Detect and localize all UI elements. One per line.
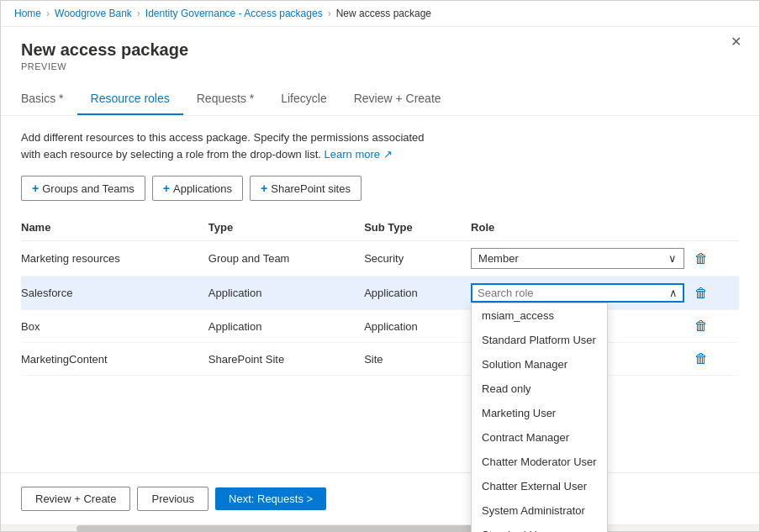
add-resource-buttons: + Groups and Teams + Applications + Shar…: [21, 176, 739, 201]
row-name: Box: [21, 310, 208, 343]
description-text: Add different resources to this access p…: [21, 129, 739, 162]
row-role[interactable]: Member ∨: [471, 241, 691, 277]
row-type: SharePoint Site: [208, 343, 364, 376]
breadcrumb-sep3: ›: [328, 8, 331, 19]
breadcrumb-governance[interactable]: Identity Governance - Access packages: [145, 8, 323, 19]
table-row: Salesforce Application Application ∧: [21, 277, 739, 310]
role-option[interactable]: msiam_access: [472, 303, 607, 328]
row-name: Marketing resources: [21, 241, 208, 277]
role-option[interactable]: Read only: [472, 377, 607, 401]
preview-label: PREVIEW: [21, 61, 739, 71]
tab-review-create[interactable]: Review + Create: [340, 85, 455, 115]
row-subtype: Security: [364, 241, 471, 277]
role-search-input-container[interactable]: ∧: [471, 283, 684, 303]
row-type: Group and Team: [208, 241, 364, 277]
breadcrumb: Home › Woodgrove Bank › Identity Governa…: [1, 1, 759, 27]
plus-icon-apps: +: [163, 182, 170, 195]
breadcrumb-sep2: ›: [137, 8, 140, 19]
role-option[interactable]: Solution Manager: [472, 352, 607, 377]
role-option[interactable]: System Administrator: [472, 498, 607, 523]
table-row: Marketing resources Group and Team Secur…: [21, 241, 739, 277]
add-applications-label: Applications: [173, 182, 232, 195]
add-groups-teams-label: Groups and Teams: [42, 182, 135, 195]
chevron-down-icon: ∨: [668, 252, 677, 265]
table-row: MarketingContent SharePoint Site Site 🗑: [21, 343, 739, 376]
add-groups-teams-button[interactable]: + Groups and Teams: [21, 176, 145, 201]
row-subtype: Application: [364, 310, 471, 343]
role-option[interactable]: Contract Manager: [472, 425, 607, 450]
tab-bar: Basics * Resource roles Requests * Lifec…: [1, 85, 759, 116]
plus-icon-sharepoint: +: [261, 182, 267, 195]
row-name: MarketingContent: [21, 343, 208, 376]
footer: Review + Create Previous Next: Requests …: [1, 472, 759, 524]
add-sharepoint-button[interactable]: + SharePoint sites: [250, 176, 362, 201]
next-button[interactable]: Next: Requests >: [215, 487, 326, 510]
role-option[interactable]: Chatter Moderator User: [472, 450, 607, 474]
horizontal-scrollbar[interactable]: [1, 524, 759, 531]
row-delete[interactable]: 🗑: [691, 310, 739, 343]
row-name: Salesforce: [21, 277, 208, 310]
chevron-up-icon: ∧: [669, 287, 678, 299]
tab-resource-roles[interactable]: Resource roles: [77, 85, 183, 115]
row-subtype: Application: [364, 277, 471, 310]
previous-button[interactable]: Previous: [137, 487, 208, 511]
col-role: Role: [471, 214, 691, 241]
role-option[interactable]: Chatter External User: [472, 474, 607, 498]
breadcrumb-current: New access package: [336, 8, 431, 19]
page-title: New access package: [21, 40, 739, 60]
row-type: Application: [208, 310, 364, 343]
delete-button[interactable]: 🗑: [691, 250, 711, 268]
review-create-button[interactable]: Review + Create: [21, 487, 130, 511]
breadcrumb-home[interactable]: Home: [14, 8, 41, 19]
delete-button[interactable]: 🗑: [691, 284, 711, 303]
col-name: Name: [21, 214, 208, 241]
row-subtype: Site: [364, 343, 471, 376]
plus-icon-groups: +: [32, 182, 39, 195]
learn-more-link[interactable]: Learn more ↗: [325, 148, 393, 161]
scrollbar-thumb[interactable]: [77, 525, 531, 532]
col-type: Type: [208, 214, 364, 241]
tab-lifecycle[interactable]: Lifecycle: [267, 85, 340, 115]
add-applications-button[interactable]: + Applications: [152, 176, 243, 201]
role-value: Member: [478, 252, 519, 265]
add-sharepoint-label: SharePoint sites: [271, 182, 351, 195]
role-option[interactable]: Standard Platform User: [472, 328, 607, 352]
search-role-input[interactable]: [478, 287, 553, 299]
table-row: Box Application Application 🗑: [21, 310, 739, 343]
close-button[interactable]: ✕: [726, 31, 746, 51]
row-type: Application: [208, 277, 364, 310]
row-delete[interactable]: 🗑: [691, 343, 739, 376]
panel-header: New access package PREVIEW: [1, 27, 759, 71]
row-role[interactable]: ∧ msiam_access Standard Platform User So…: [471, 277, 691, 310]
col-subtype: Sub Type: [364, 214, 471, 241]
row-delete[interactable]: 🗑: [691, 277, 739, 310]
delete-button[interactable]: 🗑: [691, 317, 711, 335]
tab-requests[interactable]: Requests *: [183, 85, 267, 115]
resources-table: Name Type Sub Type Role Marketing resour…: [21, 214, 739, 376]
delete-button[interactable]: 🗑: [691, 350, 711, 368]
breadcrumb-sep1: ›: [46, 8, 50, 19]
row-delete[interactable]: 🗑: [691, 241, 739, 277]
role-select-member[interactable]: Member ∨: [471, 248, 684, 269]
main-content: Add different resources to this access p…: [1, 116, 759, 472]
breadcrumb-bank[interactable]: Woodgrove Bank: [55, 8, 132, 19]
tab-basics[interactable]: Basics *: [21, 85, 77, 115]
col-actions: [691, 214, 739, 241]
role-option[interactable]: Marketing User: [472, 401, 607, 425]
role-option[interactable]: Standard User: [472, 523, 607, 532]
role-options-list: msiam_access Standard Platform User Solu…: [471, 303, 608, 532]
